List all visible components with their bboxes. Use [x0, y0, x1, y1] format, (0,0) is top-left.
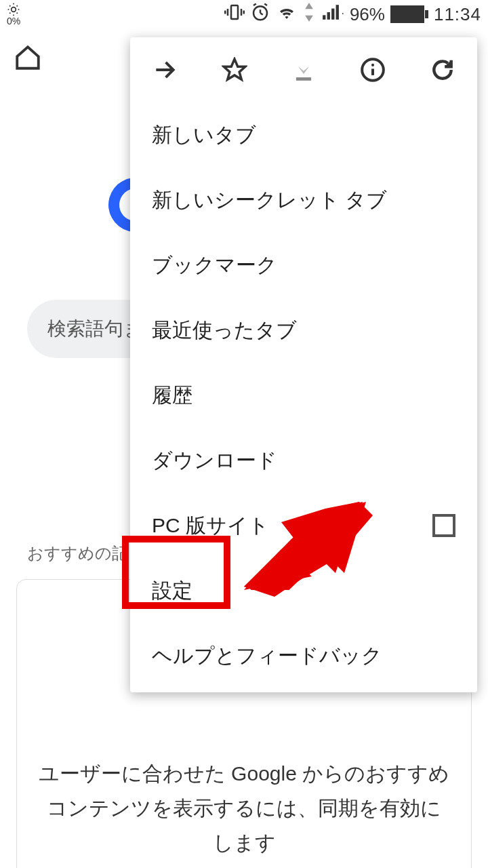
download-icon[interactable]	[290, 56, 317, 83]
recommendations-heading: おすすめの記	[27, 542, 128, 564]
wifi-icon	[276, 2, 298, 27]
svg-rect-24	[336, 5, 339, 20]
svg-line-7	[9, 13, 10, 14]
overflow-menu: 新しいタブ 新しいシークレット タブ ブックマーク 最近使ったタブ 履歴 ダウン…	[130, 37, 477, 692]
menu-item-settings[interactable]: 設定	[130, 558, 477, 623]
menu-item-label: 最近使ったタブ	[152, 317, 297, 344]
menu-item-downloads[interactable]: ダウンロード	[130, 428, 477, 493]
svg-rect-9	[231, 5, 238, 19]
card-message: ユーザーに合わせた Google からのおすすめコンテンツを表示するには、同期を…	[17, 756, 471, 860]
menu-item-history[interactable]: 履歴	[130, 363, 477, 428]
svg-line-5	[9, 5, 10, 6]
menu-item-recent-tabs[interactable]: 最近使ったタブ	[130, 298, 477, 363]
refresh-icon[interactable]	[429, 56, 456, 83]
menu-item-label: ヘルプとフィードバック	[152, 642, 382, 670]
svg-marker-27	[298, 60, 309, 75]
menu-item-label: ブックマーク	[152, 252, 277, 279]
menu-item-label: 設定	[152, 577, 192, 605]
vibrate-icon	[224, 2, 245, 27]
svg-point-0	[12, 7, 16, 12]
alarm-icon	[250, 2, 270, 27]
svg-rect-22	[327, 12, 330, 20]
star-icon[interactable]	[221, 56, 248, 83]
menu-item-label: PC 版サイト	[152, 512, 269, 540]
svg-line-8	[17, 5, 18, 6]
svg-marker-19	[306, 3, 314, 9]
svg-point-31	[371, 64, 374, 66]
data-updown-icon	[303, 3, 315, 26]
clock: 11:34	[434, 4, 481, 25]
menu-item-incognito[interactable]: 新しいシークレット タブ	[130, 167, 477, 233]
svg-line-6	[17, 13, 18, 14]
brightness-icon: 0%	[7, 3, 20, 26]
forward-icon[interactable]	[151, 56, 178, 83]
desktop-site-checkbox[interactable]	[432, 514, 455, 537]
menu-item-label: 新しいシークレット タブ	[152, 186, 387, 214]
svg-line-16	[260, 13, 263, 15]
menu-icon-row	[130, 37, 477, 102]
search-placeholder: 検索語句ま	[47, 316, 143, 342]
signal-icon: .	[321, 3, 344, 26]
svg-rect-21	[323, 15, 326, 20]
svg-marker-26	[224, 59, 245, 79]
svg-line-18	[265, 3, 268, 5]
menu-item-bookmarks[interactable]: ブックマーク	[130, 233, 477, 298]
info-icon[interactable]	[359, 56, 386, 83]
menu-item-label: 履歴	[152, 382, 192, 410]
svg-marker-20	[306, 15, 314, 21]
battery-icon	[390, 5, 424, 23]
svg-rect-28	[296, 77, 311, 81]
menu-item-new-tab[interactable]: 新しいタブ	[130, 102, 477, 167]
menu-item-desktop-site[interactable]: PC 版サイト	[130, 493, 477, 558]
menu-item-label: ダウンロード	[152, 447, 277, 475]
status-bar: 0% . 96% 11:34	[0, 0, 488, 28]
battery-percent: 96%	[350, 4, 385, 25]
menu-item-help[interactable]: ヘルプとフィードバック	[130, 623, 477, 688]
svg-line-17	[253, 3, 256, 5]
menu-item-label: 新しいタブ	[152, 121, 256, 149]
home-button[interactable]	[14, 43, 42, 75]
svg-rect-23	[332, 8, 335, 19]
brightness-value: 0%	[7, 16, 20, 26]
